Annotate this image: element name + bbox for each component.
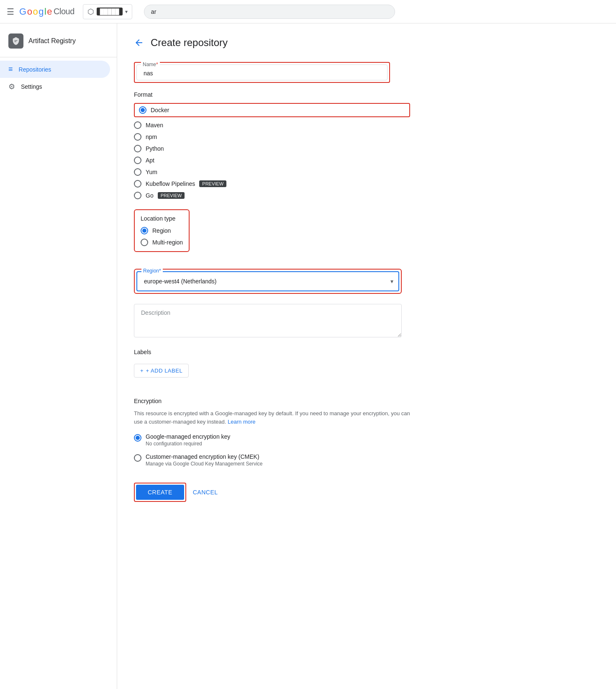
format-docker-highlighted: Docker [134, 103, 410, 117]
encryption-cmek-label: Customer-managed encryption key (CMEK) [146, 453, 263, 460]
labels-section: Labels + + ADD LABEL [134, 349, 410, 388]
sidebar-item-repositories[interactable]: ≡ Repositories [0, 61, 110, 78]
learn-more-link[interactable]: Learn more [228, 419, 255, 425]
format-npm-label: npm [146, 134, 157, 140]
project-dots-icon: ⬡ [87, 7, 94, 16]
format-apt[interactable]: Apt [134, 157, 410, 164]
sidebar-item-label-settings: Settings [21, 83, 42, 90]
format-kubeflow-label: Kubeflow Pipelines [146, 180, 195, 187]
add-label-text: + ADD LABEL [146, 368, 183, 374]
project-name: █████ [97, 8, 123, 15]
radio-npm-outer [134, 133, 141, 141]
name-input[interactable] [144, 70, 380, 77]
location-region-label: Region [152, 227, 171, 234]
encryption-section: Encryption This resource is encrypted wi… [134, 398, 410, 469]
radio-maven-outer [134, 121, 141, 129]
main-content: Create repository Name* Format [117, 23, 616, 689]
encryption-google-sublabel: No configuration required [146, 441, 230, 447]
sidebar-item-label-repositories: Repositories [19, 66, 51, 73]
menu-icon[interactable]: ☰ [7, 7, 14, 17]
sidebar: Artifact Registry ≡ Repositories ⚙ Setti… [0, 23, 117, 689]
radio-multiregion-outer [141, 239, 148, 246]
format-maven-label: Maven [146, 122, 163, 129]
svg-rect-1 [14, 41, 16, 42]
encryption-google-text: Google-managed encryption key No configu… [146, 433, 230, 447]
radio-docker-inner [141, 108, 145, 112]
settings-icon: ⚙ [8, 82, 15, 91]
radio-google-key-inner [136, 436, 140, 440]
encryption-google-label: Google-managed encryption key [146, 433, 230, 440]
encryption-description: This resource is encrypted with a Google… [134, 409, 410, 426]
sidebar-title: Artifact Registry [28, 37, 76, 45]
region-field-container: Region* europe-west4 (Netherlands) us-ce… [136, 271, 399, 291]
format-python[interactable]: Python [134, 145, 410, 152]
format-npm[interactable]: npm [134, 133, 410, 141]
name-field-container: Name* [136, 64, 388, 80]
google-logo: Google Cloud [19, 6, 74, 17]
kubeflow-preview-badge: PREVIEW [199, 180, 226, 187]
action-bar: CREATE CANCEL [134, 483, 410, 502]
page-header: Create repository [134, 37, 599, 49]
radio-kubeflow-outer [134, 180, 141, 188]
radio-go-outer [134, 192, 141, 199]
artifact-registry-icon [8, 33, 23, 49]
repositories-icon: ≡ [8, 65, 13, 74]
encryption-cmek-text: Customer-managed encryption key (CMEK) M… [146, 453, 263, 467]
create-button[interactable]: CREATE [136, 485, 184, 500]
encryption-cmek-sublabel: Manage via Google Cloud Key Management S… [146, 461, 263, 467]
sidebar-nav: ≡ Repositories ⚙ Settings [0, 57, 117, 95]
name-label: Name* [141, 62, 160, 67]
format-python-label: Python [146, 145, 164, 152]
format-label: Format [134, 91, 410, 98]
format-go-label: Go [146, 192, 154, 199]
location-type-label: Location type [141, 215, 183, 222]
encryption-radio-group: Google-managed encryption key No configu… [134, 431, 410, 469]
radio-python-outer [134, 145, 141, 152]
sidebar-item-settings[interactable]: ⚙ Settings [0, 78, 110, 95]
page-title: Create repository [151, 37, 228, 49]
radio-region-inner [142, 229, 146, 233]
go-preview-badge: PREVIEW [158, 192, 185, 199]
radio-apt-outer [134, 157, 141, 164]
radio-yum-outer [134, 168, 141, 176]
format-docker[interactable]: Docker [139, 106, 169, 114]
project-selector[interactable]: ⬡ █████ ▾ [83, 4, 132, 19]
location-region[interactable]: Region [141, 227, 183, 234]
encryption-label: Encryption [134, 398, 410, 404]
region-select[interactable]: europe-west4 (Netherlands) us-central1 (… [137, 272, 398, 291]
radio-region-outer [141, 227, 148, 234]
topbar: ☰ Google Cloud ⬡ █████ ▾ [0, 0, 616, 23]
back-button[interactable] [134, 38, 144, 48]
labels-label: Labels [134, 349, 410, 355]
sidebar-header: Artifact Registry [0, 27, 117, 57]
radio-docker-outer [139, 106, 146, 114]
location-type-radio-group: Region Multi-region [141, 227, 183, 246]
encryption-cmek[interactable]: Customer-managed encryption key (CMEK) M… [134, 451, 410, 469]
chevron-down-icon: ▾ [125, 9, 128, 15]
format-maven[interactable]: Maven [134, 121, 410, 129]
format-kubeflow[interactable]: Kubeflow Pipelines PREVIEW [134, 180, 410, 188]
description-input[interactable] [134, 304, 402, 337]
name-field-highlighted: Name* [134, 62, 390, 83]
description-section [134, 304, 410, 339]
format-section: Format Docker Maven [134, 91, 410, 199]
format-go[interactable]: Go PREVIEW [134, 192, 410, 199]
format-yum-label: Yum [146, 169, 157, 175]
format-apt-label: Apt [146, 157, 154, 164]
format-docker-label: Docker [151, 107, 169, 113]
location-multiregion[interactable]: Multi-region [141, 239, 183, 246]
svg-rect-0 [14, 40, 17, 41]
encryption-google[interactable]: Google-managed encryption key No configu… [134, 431, 410, 449]
cancel-button[interactable]: CANCEL [193, 489, 218, 496]
add-label-plus-icon: + [140, 368, 144, 374]
location-type-highlighted: Location type Region Multi-region [134, 209, 190, 252]
radio-cmek-outer [134, 454, 141, 462]
format-yum[interactable]: Yum [134, 168, 410, 176]
search-input[interactable] [144, 5, 395, 19]
add-label-button[interactable]: + + ADD LABEL [134, 364, 189, 378]
format-radio-group: Docker Maven npm Python [134, 103, 410, 199]
location-multiregion-label: Multi-region [152, 239, 183, 246]
create-button-highlighted: CREATE [134, 483, 186, 502]
region-label: Region* [141, 268, 163, 274]
region-field-highlighted: Region* europe-west4 (Netherlands) us-ce… [134, 269, 402, 294]
